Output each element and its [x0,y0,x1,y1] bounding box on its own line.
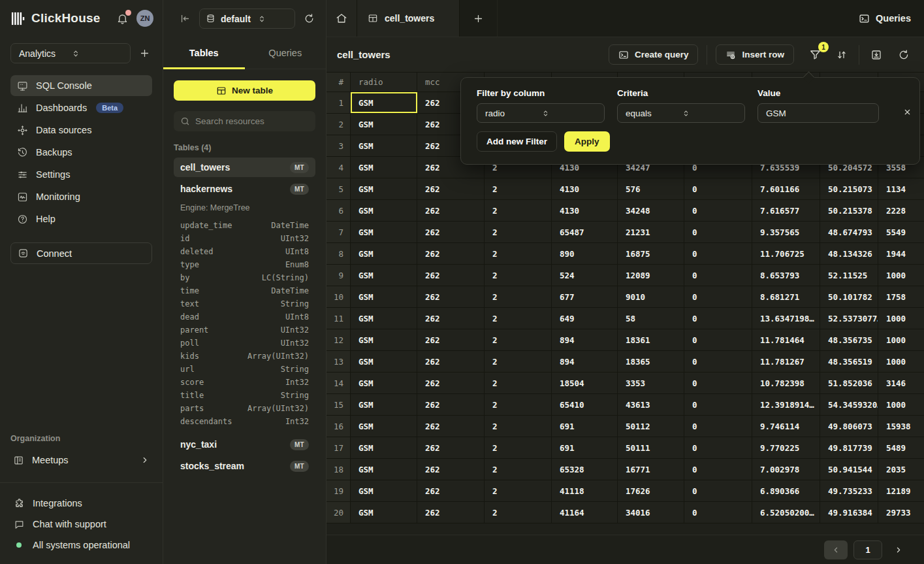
table-cell[interactable]: 48.356519 [820,351,878,372]
table-cell[interactable]: GSM [351,373,417,393]
table-cell[interactable]: 49.735233 [820,480,878,501]
table-cell[interactable]: 1758 [878,286,924,307]
table-cell[interactable]: 9.770225 [752,437,820,458]
table-cell[interactable]: GSM [351,286,417,307]
table-cell[interactable]: GSM [351,243,417,264]
table-cell[interactable]: 894 [552,351,618,372]
table-cell[interactable]: 0 [684,416,752,437]
create-query-button[interactable]: Create query [609,44,699,65]
table-cell[interactable]: 262 [417,416,485,437]
table-cell[interactable]: GSM [351,92,417,113]
table-cell[interactable]: 49.806073 [820,416,878,437]
table-cell[interactable]: 2 [485,373,552,393]
footer-item-integrations[interactable]: Integrations [10,493,152,513]
table-cell[interactable]: 1134 [878,178,924,199]
sidebar-item-help[interactable]: Help [10,208,152,229]
add-workspace-button[interactable] [137,46,152,61]
filter-column-select[interactable]: radio [477,103,605,123]
table-item-stocks_stream[interactable]: stocks_streamMT [174,456,315,476]
table-cell[interactable]: GSM [351,114,417,135]
table-cell[interactable]: 8.653793 [752,265,820,286]
table-cell[interactable]: 18365 [618,351,684,372]
table-cell[interactable]: GSM [351,178,417,199]
table-cell[interactable]: 41164 [552,502,618,523]
table-cell[interactable]: 2 [485,200,552,221]
add-new-filter-button[interactable]: Add new Filter [477,131,557,152]
row-number[interactable]: 17 [327,437,351,458]
table-cell[interactable]: 1000 [878,265,924,286]
table-cell[interactable]: 2 [485,437,552,458]
row-number[interactable]: 4 [327,157,351,178]
table-cell[interactable]: 691 [552,416,618,437]
table-cell[interactable]: GSM [351,502,417,523]
download-button[interactable] [868,46,885,63]
table-cell[interactable]: 18504 [552,373,618,393]
table-cell[interactable]: 7.616577 [752,200,820,221]
table-cell[interactable]: 2 [485,502,552,523]
tab-cell-towers[interactable]: cell_towers [357,0,460,37]
table-cell[interactable]: 7.002978 [752,459,820,480]
refresh-button[interactable] [895,46,912,63]
table-cell[interactable]: 894 [552,329,618,350]
table-cell[interactable]: 2 [485,329,552,350]
table-cell[interactable]: 49.916384 [820,502,878,523]
table-cell[interactable]: 0 [684,437,752,458]
table-cell[interactable]: 262 [417,394,485,415]
table-cell[interactable]: GSM [351,480,417,501]
table-cell[interactable]: 41118 [552,480,618,501]
table-cell[interactable]: GSM [351,329,417,350]
table-cell[interactable]: 29733 [878,502,924,523]
table-cell[interactable]: 0 [684,394,752,415]
sidebar-item-backups[interactable]: Backups [10,142,152,163]
table-cell[interactable]: 2 [485,351,552,372]
tab-tables[interactable]: Tables [163,37,245,69]
table-cell[interactable]: 50.941544 [820,459,878,480]
row-number[interactable]: 14 [327,373,351,393]
sidebar-item-settings[interactable]: Settings [10,164,152,185]
row-number[interactable]: 10 [327,286,351,307]
table-item-cell_towers[interactable]: cell_towersMT [174,158,315,177]
table-cell[interactable]: 4130 [552,200,618,221]
table-cell[interactable]: 6.52050200… [752,502,820,523]
table-cell[interactable]: 1000 [878,329,924,350]
apply-filter-button[interactable]: Apply [564,131,610,152]
row-number[interactable]: 6 [327,200,351,221]
table-cell[interactable]: GSM [351,135,417,156]
search-input[interactable] [195,116,309,126]
table-cell[interactable]: GSM [351,351,417,372]
table-cell[interactable]: 0 [684,286,752,307]
table-cell[interactable]: 2 [485,265,552,286]
notifications-bell-icon[interactable] [115,11,130,26]
new-table-button[interactable]: New table [174,80,315,101]
sidebar-item-meetups[interactable]: Meetups [10,450,152,471]
table-cell[interactable]: 0 [684,502,752,523]
avatar[interactable]: ZN [136,10,153,27]
table-cell[interactable]: GSM [351,459,417,480]
table-cell[interactable]: 6.890366 [752,480,820,501]
table-cell[interactable]: 649 [552,308,618,329]
row-number[interactable]: 8 [327,243,351,264]
table-cell[interactable]: 12189 [878,480,924,501]
filter-button[interactable]: 1 [806,46,824,63]
table-cell[interactable]: 2 [485,394,552,415]
table-cell[interactable]: 0 [684,329,752,350]
table-cell[interactable]: GSM [351,222,417,242]
table-cell[interactable]: 1000 [878,394,924,415]
table-cell[interactable]: 2 [485,286,552,307]
table-cell[interactable]: 8.681271 [752,286,820,307]
table-cell[interactable]: 34016 [618,502,684,523]
row-number[interactable]: 12 [327,329,351,350]
table-cell[interactable]: 17626 [618,480,684,501]
filter-criteria-select[interactable]: equals [617,103,745,123]
next-page-button[interactable] [888,540,908,559]
table-cell[interactable]: GSM [351,308,417,329]
row-number[interactable]: 9 [327,265,351,286]
table-cell[interactable]: 51.852036 [820,373,878,393]
table-cell[interactable]: 0 [684,308,752,329]
table-cell[interactable]: 3353 [618,373,684,393]
filter-value-input[interactable] [757,103,879,123]
table-cell[interactable]: 262 [417,480,485,501]
table-cell[interactable]: 2 [485,243,552,264]
table-cell[interactable]: 0 [684,200,752,221]
table-cell[interactable]: 48.134326 [820,243,878,264]
